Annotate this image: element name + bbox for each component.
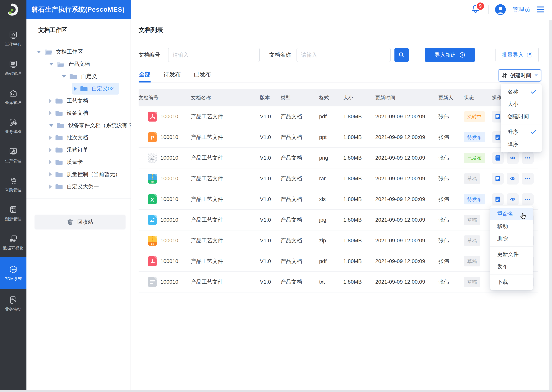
context-menu-item[interactable]: 删除 [490, 232, 533, 245]
nav-rail-item[interactable]: 业务审批 [0, 289, 26, 318]
doc-version: V1.0 [260, 113, 281, 120]
scrollbar-track[interactable] [549, 20, 552, 390]
import-new-button[interactable]: 导入新建 [425, 48, 475, 62]
doc-updater: 张伟 [438, 196, 464, 203]
context-menu-item[interactable]: 移动 [490, 220, 533, 232]
sort-field-option[interactable]: 大小 [501, 98, 542, 110]
table-row[interactable]: 100010 产品工艺文件 V1.0 产品文档 png 1.80MB 2021-… [138, 148, 538, 168]
sort-order-option[interactable]: 升序 [501, 126, 542, 138]
table-row[interactable]: 100010 产品工艺文件 V1.0 产品文档 zip 1.80MB 2021-… [138, 231, 538, 251]
tree-node[interactable]: 质量控制（当前暂无） [26, 168, 131, 181]
nav-rail-item[interactable]: 采购管理 [0, 170, 26, 199]
caret-icon[interactable] [74, 86, 77, 91]
tree-node[interactable]: 采购订单 [26, 144, 131, 156]
preview-button[interactable] [507, 152, 519, 164]
nav-rail-item[interactable]: 生产管理 [0, 141, 26, 170]
sort-order-option[interactable]: 降序 [501, 138, 542, 150]
doc-updater: 张伟 [438, 216, 464, 224]
doc-updater: 张伟 [438, 113, 464, 120]
caret-icon[interactable] [49, 111, 52, 115]
tree-node[interactable]: 文档工作区 [26, 46, 131, 58]
main-header: 文档列表 [131, 19, 552, 41]
detail-button[interactable] [492, 193, 504, 205]
notifications-button[interactable]: 9 [471, 4, 482, 15]
doc-no-input[interactable] [168, 48, 260, 62]
table-row[interactable]: 100010 产品工艺文件 V1.0 产品文档 txt 1.80MB 2021-… [138, 272, 538, 293]
more-button[interactable] [522, 173, 534, 184]
caret-icon[interactable] [49, 124, 53, 127]
caret-icon[interactable] [49, 172, 52, 176]
batch-import-button[interactable]: 批量导入 [495, 48, 539, 62]
table-row[interactable]: 100010 产品工艺文件 V1.0 产品文档 rar 1.80MB 2021-… [138, 168, 538, 189]
caret-icon[interactable] [62, 75, 66, 78]
context-menu-item[interactable]: 发布 [490, 260, 533, 273]
sort-button-label: 创建时间 [510, 72, 531, 79]
doc-updated: 2021-09-09 12:00:09 [375, 196, 438, 202]
caret-icon[interactable] [49, 184, 52, 189]
sort-button[interactable]: 创建时间 [499, 69, 541, 82]
sort-field-option[interactable]: 创建时间 [501, 110, 542, 123]
context-menu-item[interactable]: 更新文件 [490, 248, 533, 260]
doc-type: 产品文档 [281, 154, 319, 161]
status-badge: 草稿 [464, 256, 480, 266]
context-menu-item[interactable]: 下载 [490, 276, 533, 288]
nav-rail-label: PDM系统 [4, 276, 22, 281]
pesco-d-logo-icon [7, 3, 20, 16]
preview-button[interactable] [507, 173, 519, 184]
table-row[interactable]: 100010 产品工艺文件 V1.0 产品文档 pdf 1.80MB 2021-… [138, 106, 538, 127]
preview-button[interactable] [507, 193, 519, 205]
tree-node[interactable]: 工艺文档 [26, 95, 131, 107]
doc-size: 1.80MB [343, 258, 375, 264]
caret-icon[interactable] [49, 160, 52, 164]
search-button[interactable] [394, 48, 409, 62]
caret-icon[interactable] [49, 99, 52, 103]
nav-rail-item[interactable]: 业务建模 [0, 112, 26, 141]
doc-format: ppt [319, 134, 343, 140]
nav-rail-icon [9, 265, 18, 274]
file-type-icon [148, 215, 157, 225]
status-tab-label: 待发布 [163, 71, 181, 77]
caret-icon[interactable] [49, 148, 52, 152]
more-button[interactable] [522, 152, 534, 164]
nav-rail-item[interactable]: PDM系统 [0, 257, 26, 289]
tree-node[interactable]: 产品文档 [26, 58, 131, 70]
caret-icon[interactable] [49, 63, 53, 65]
nav-rail-item[interactable]: 数据可视化 [0, 228, 26, 257]
status-tab[interactable]: 全部 [138, 70, 151, 82]
table-row[interactable]: 100010 产品工艺文件 V1.0 产品文档 pdf 1.80MB 2021-… [138, 251, 538, 272]
table-row[interactable]: 100010 产品工艺文件 V1.0 产品文档 ppt 1.80MB 2021-… [138, 127, 538, 148]
doc-updated: 2021-09-09 12:00:09 [375, 279, 438, 285]
tree-node[interactable]: 自定义大类一 [26, 181, 131, 193]
nav-rail-item[interactable]: 溯源管理 [0, 199, 26, 228]
caret-icon[interactable] [37, 51, 41, 53]
avatar[interactable] [495, 4, 506, 15]
nav-rail-label: 采购管理 [5, 187, 22, 193]
caret-icon[interactable] [49, 135, 52, 140]
menu-divider [501, 124, 542, 124]
detail-button[interactable] [492, 152, 504, 164]
table-row[interactable]: 100010 产品工艺文件 V1.0 产品文档 jpg 1.80MB 2021-… [138, 210, 538, 231]
doc-name-input[interactable] [297, 48, 391, 62]
status-tab[interactable]: 待发布 [163, 70, 181, 82]
user-name[interactable]: 管理员 [512, 6, 530, 14]
sort-field-option[interactable]: 名称 [501, 86, 542, 98]
tree-node[interactable]: 质量卡 [26, 156, 131, 168]
app-logo[interactable] [0, 0, 26, 19]
detail-button[interactable] [492, 173, 504, 184]
doc-updated: 2021-09-09 12:00:09 [375, 217, 438, 223]
recycle-bin-button[interactable]: 回收站 [35, 215, 125, 230]
more-dots-icon [525, 155, 530, 161]
tree-node[interactable]: 批次文档 [26, 132, 131, 144]
more-button[interactable] [522, 193, 534, 205]
tree-node[interactable]: 设备文档 [26, 107, 131, 119]
table-row[interactable]: 100010 产品工艺文件 V1.0 产品文档 xls 1.80MB 2021-… [138, 189, 538, 210]
nav-rail-item[interactable]: 工作中心 [0, 24, 26, 53]
tree-node[interactable]: 设备零件文档（系统没有？） [26, 119, 131, 132]
tree-node[interactable]: 自定义02 [26, 83, 131, 95]
nav-rail-item[interactable]: 基础管理 [0, 53, 26, 83]
nav-rail-item[interactable]: 仓库管理 [0, 83, 26, 112]
doc-size: 1.80MB [343, 113, 375, 120]
status-tab[interactable]: 已发布 [193, 70, 211, 82]
menu-burger-icon[interactable] [537, 7, 544, 13]
tree-node[interactable]: 自定义 [26, 70, 131, 83]
